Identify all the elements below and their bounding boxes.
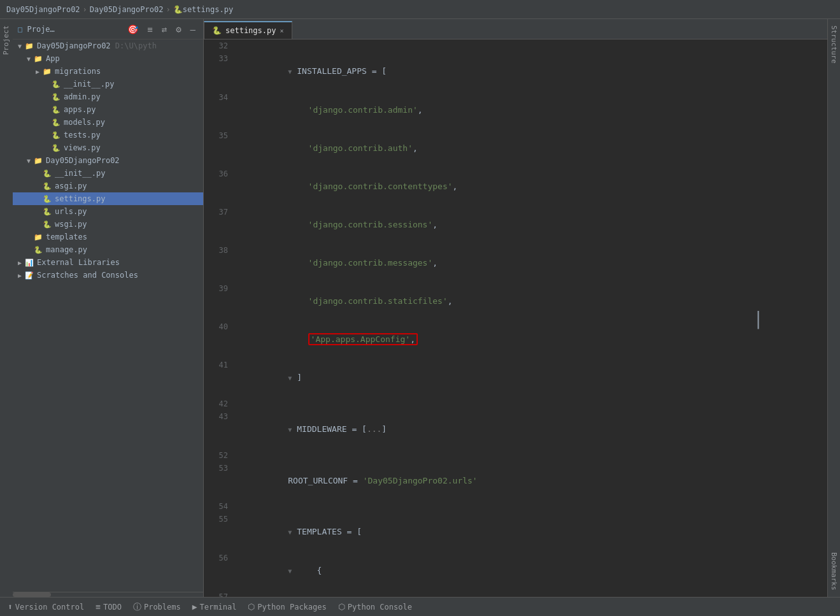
python-packages-btn[interactable]: ⬡ Python Packages [243,600,331,613]
breadcrumb-item-1[interactable]: Day05DjangoPro02 [6,5,80,14]
tree-label-manage: manage.py [46,245,87,254]
tree-item-tests[interactable]: 🐍 tests.py [13,129,203,141]
line-num-52: 52 [204,449,236,462]
main-layout: Project □ Proje… 🎯 ≡ ⇄ ⚙ — ▼ 📁 Day05Djan… [0,19,840,597]
breadcrumb-sep-1: › [83,5,87,14]
extlib-icon: 📊 [24,257,34,268]
tree-item-wsgi[interactable]: 🐍 wsgi.py [13,218,203,231]
line-content-53: ROOT_URLCONF = 'Day05DjangoPro02.urls' [236,462,827,500]
fold-btn-33[interactable]: ▼ [288,66,297,78]
fold-btn-43[interactable]: ▼ [288,424,297,436]
sidebar: □ Proje… 🎯 ≡ ⇄ ⚙ — ▼ 📁 Day05DjangoPro02 … [13,19,204,597]
folder-icon-root: 📁 [24,41,34,51]
code-line-41: 41 ▼] [204,359,827,398]
version-control-btn[interactable]: ⬆ Version Control [3,600,89,613]
line-content-56: ▼ { [236,552,827,591]
tree-item-scratches[interactable]: ▶ 📝 Scratches and Consoles [13,269,203,282]
tree-arrow-app: ▼ [24,55,33,62]
terminal-btn[interactable]: ▶ Terminal [187,600,242,613]
line-num-38: 38 [204,244,236,282]
code-line-34: 34 'django.contrib.admin', [204,91,827,129]
code-line-35: 35 'django.contrib.auth', [204,129,827,168]
fold-btn-55[interactable]: ▼ [288,526,297,539]
tree-item-app[interactable]: ▼ 📁 App [13,52,203,65]
line-num-37: 37 [204,206,236,244]
py-icon-asgi: 🐍 [42,181,52,191]
py-icon-admin: 🐍 [51,92,61,102]
code-line-43: 43 ▼MIDDLEWARE = [...] [204,410,827,449]
tree-item-admin[interactable]: 🐍 admin.py [13,90,203,103]
py-icon-views: 🐍 [51,143,61,153]
toolbar-minimize-btn[interactable]: — [188,23,198,36]
python-console-btn[interactable]: ⬡ Python Console [333,600,417,613]
line-content-52 [236,449,827,462]
version-control-label: Version Control [15,603,84,612]
py-icon-urls: 🐍 [42,206,52,217]
py-icon-models: 🐍 [51,117,61,127]
tree-item-manage[interactable]: 🐍 manage.py [13,243,203,256]
tab-label: settings.py [225,26,276,35]
structure-label[interactable]: Structure [828,19,840,70]
tree-item-models[interactable]: 🐍 models.py [13,116,203,129]
code-editor[interactable]: 32 33 ▼INSTALLED_APPS = [ 34 'django.con… [204,39,827,597]
breadcrumb-item-2[interactable]: Day05DjangoPro02 [90,5,164,14]
tree-item-settings[interactable]: 🐍 settings.py [13,192,203,205]
code-line-36: 36 'django.contrib.contenttypes', [204,168,827,206]
todo-btn[interactable]: ≡ TODO [90,600,127,613]
tree-item-init1[interactable]: 🐍 __init__.py [13,78,203,90]
code-line-42: 42 [204,398,827,410]
tree-label-urls: urls.py [55,207,87,216]
tree-item-extlibs[interactable]: ▶ 📊 External Libraries [13,256,203,269]
tree-item-asgi[interactable]: 🐍 asgi.py [13,180,203,192]
code-line-33: 33 ▼INSTALLED_APPS = [ [204,52,827,91]
tree-item-urls[interactable]: 🐍 urls.py [13,205,203,218]
file-icon: 🐍 [173,5,183,14]
tree-item-init2[interactable]: 🐍 __init__.py [13,167,203,180]
line-content-57: 'BACKEND': 'django.template.backends.dja… [236,591,827,597]
tree-item-apps[interactable]: 🐍 apps.py [13,103,203,116]
tab-close-btn[interactable]: × [280,27,283,34]
line-num-40: 40 [204,320,236,359]
line-content-40: 'App.apps.AppConfig', [236,320,827,359]
tree-label-asgi: asgi.py [55,182,87,190]
toolbar-settings-btn[interactable]: ⚙ [173,23,183,36]
breadcrumb-sep-2: › [166,5,170,14]
tab-bar: 🐍 settings.py × [204,19,827,39]
sidebar-scrollbar-thumb[interactable] [13,592,51,597]
code-line-39: 39 'django.contrib.staticfiles', [204,282,827,320]
code-line-55: 55 ▼TEMPLATES = [ [204,513,827,552]
problems-btn[interactable]: ⓘ Problems [128,599,186,615]
line-num-42: 42 [204,398,236,410]
tree-item-root[interactable]: ▼ 📁 Day05DjangoPro02 D:\U\pyth [13,39,203,52]
tree-label-scratches: Scratches and Consoles [37,271,138,280]
fold-btn-41[interactable]: ▼ [288,372,297,385]
tree-item-migrations[interactable]: ▶ 📁 migrations [13,65,203,78]
line-content-34: 'django.contrib.admin', [236,91,827,129]
tab-settings[interactable]: 🐍 settings.py × [204,21,292,39]
code-line-32: 32 [204,39,827,52]
tree-label-templates: templates [46,233,87,241]
toolbar-locate-btn[interactable]: 🎯 [125,23,141,36]
tree-item-views[interactable]: 🐍 views.py [13,141,203,154]
scratches-icon: 📝 [24,270,34,280]
tree-arrow-day05: ▼ [24,157,33,164]
breadcrumb-item-3[interactable]: settings.py [183,5,233,14]
fold-btn-56[interactable]: ▼ [288,565,297,578]
python-console-label: Python Console [348,603,412,612]
bookmarks-label[interactable]: Bookmarks [828,546,840,597]
sidebar-scrollbar[interactable] [13,592,203,597]
code-line-54: 54 [204,500,827,513]
toolbar-collapse-btn[interactable]: ≡ [145,23,155,36]
tree-label-tests: tests.py [64,131,101,140]
project-label[interactable]: Project [0,19,13,61]
python-packages-label: Python Packages [257,603,326,612]
tree-item-templates[interactable]: 📁 templates [13,231,203,243]
code-line-52: 52 [204,449,827,462]
tree-item-day05[interactable]: ▼ 📁 Day05DjangoPro02 [13,154,203,167]
code-line-37: 37 'django.contrib.sessions', [204,206,827,244]
tree-label-app: App [46,54,60,63]
tree-label-day05: Day05DjangoPro02 [46,156,120,165]
toolbar-expand-btn[interactable]: ⇄ [159,23,169,36]
line-num-35: 35 [204,129,236,168]
code-line-56: 56 ▼ { [204,552,827,591]
